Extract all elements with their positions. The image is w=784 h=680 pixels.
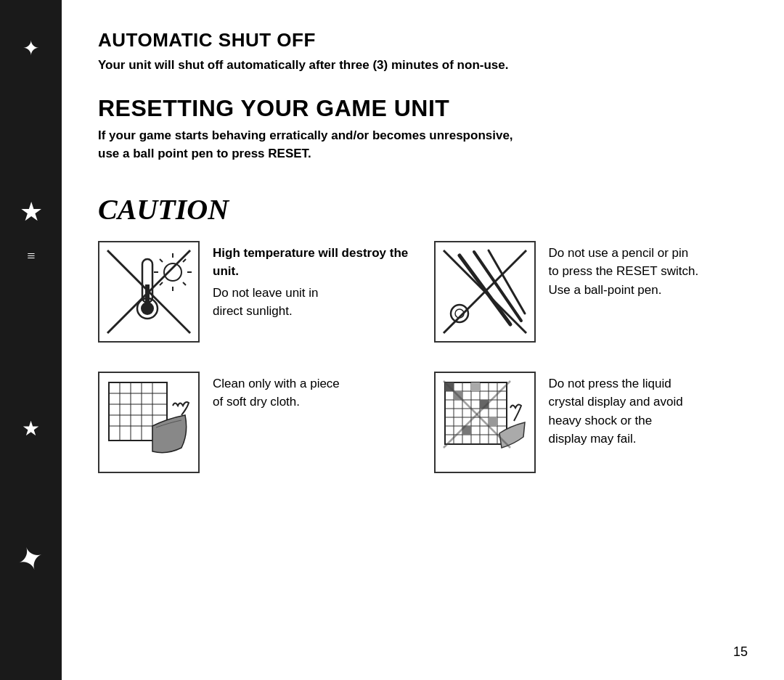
reset-title: RESETTING YOUR GAME UNIT: [98, 95, 748, 122]
reset-body-line1: If your game starts behaving erratically…: [98, 128, 513, 142]
svg-line-11: [160, 259, 163, 262]
page-number: 15: [733, 644, 748, 660]
caution-item-cloth: Clean only with a pieceof soft dry cloth…: [98, 372, 412, 473]
cloth-text: Clean only with a pieceof soft dry cloth…: [213, 372, 340, 414]
caution-grid: High temperature will destroy the unit. …: [98, 241, 748, 473]
lcd-icon: [434, 372, 536, 473]
svg-point-20: [451, 305, 468, 322]
reset-body-line2: use a ball point pen to press RESET.: [98, 147, 311, 160]
star-icon-top: ✦: [23, 36, 39, 60]
temperature-text: High temperature will destroy the unit. …: [213, 241, 412, 324]
lcd-text-1: Do not press the liquidcrystal display a…: [549, 374, 683, 448]
reset-body: If your game starts behaving erratically…: [98, 126, 748, 163]
temperature-icon: [98, 241, 200, 343]
svg-line-12: [183, 282, 186, 285]
star-icon-btm: ✦: [12, 537, 50, 582]
svg-rect-48: [489, 417, 497, 426]
auto-shutoff-body: Your unit will shut off automatically af…: [98, 56, 748, 75]
pencil-text: Do not use a pencil or pinto press the R…: [549, 241, 699, 303]
caution-title: CAUTION: [98, 192, 748, 226]
star-icon-mid: ★: [20, 197, 43, 227]
caution-item-temperature: High temperature will destroy the unit. …: [98, 241, 412, 343]
auto-shutoff-title: AUTOMATIC SHUT OFF: [98, 29, 748, 52]
svg-point-5: [141, 302, 154, 315]
sidebar: ✦ ★ ≡ ★ ✦: [0, 0, 62, 680]
svg-line-14: [160, 282, 163, 285]
pencil-icon: [434, 241, 536, 343]
cloth-text-1: Clean only with a pieceof soft dry cloth…: [213, 374, 340, 411]
caution-item-lcd: Do not press the liquidcrystal display a…: [434, 372, 748, 473]
sidebar-line: ≡: [27, 247, 34, 264]
pencil-text-1: Do not use a pencil or pinto press the R…: [549, 244, 699, 300]
svg-line-13: [183, 259, 186, 262]
main-content: AUTOMATIC SHUT OFF Your unit will shut o…: [62, 0, 784, 680]
svg-rect-46: [471, 382, 480, 391]
star-icon-bot: ★: [22, 417, 40, 441]
temperature-text-1: High temperature will destroy the unit.: [213, 244, 412, 281]
svg-point-6: [164, 263, 181, 281]
temperature-text-2: Do not leave unit indirect sunlight.: [213, 284, 412, 321]
lcd-text: Do not press the liquidcrystal display a…: [549, 372, 683, 451]
caution-item-pencil: Do not use a pencil or pinto press the R…: [434, 241, 748, 343]
cloth-icon: [98, 372, 200, 473]
